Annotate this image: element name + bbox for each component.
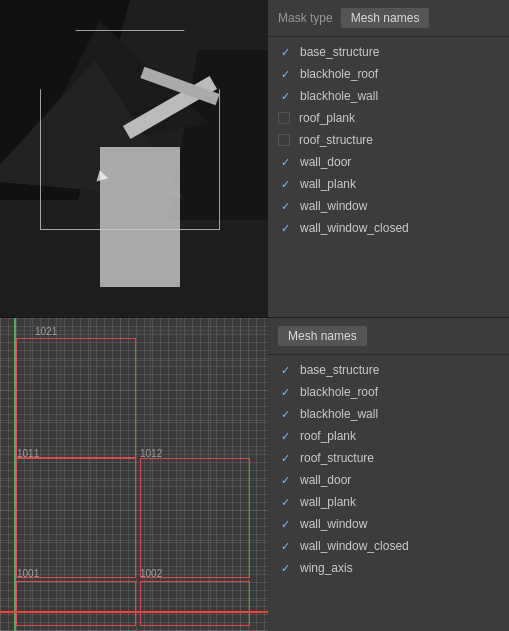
mesh-item-roof_structure[interactable]: roof_structure — [268, 129, 509, 151]
mesh-item-wall_door[interactable]: wall_door — [268, 151, 509, 173]
check-icon-bottom-roof_structure — [278, 451, 292, 465]
check-icon-roof_structure — [278, 134, 290, 146]
uv-tile-1011 — [16, 458, 136, 578]
check-icon-bottom-base_structure — [278, 363, 292, 377]
mesh-item-bottom-blackhole_wall[interactable]: blackhole_wall — [268, 403, 509, 425]
mask-type-label: Mask type — [278, 11, 333, 25]
mesh-name-roof_plank: roof_plank — [299, 111, 355, 125]
check-icon-bottom-wing_axis — [278, 561, 292, 575]
mesh-name-base_structure: base_structure — [300, 45, 379, 59]
mesh-item-wall_window[interactable]: wall_window — [268, 195, 509, 217]
mesh-name-wall_window_closed: wall_window_closed — [300, 221, 409, 235]
mesh-name-wall_window: wall_window — [300, 199, 367, 213]
mesh-name-wall_door: wall_door — [300, 155, 351, 169]
uv-label-1021: 1021 — [35, 326, 57, 337]
left-panel: 1021 1011 1012 1001 1002 — [0, 0, 268, 631]
building-structure — [100, 147, 180, 287]
mask-header-top: Mask type Mesh names — [268, 0, 509, 37]
check-icon-wall_door — [278, 155, 292, 169]
uv-tile-1021 — [16, 338, 136, 458]
check-icon-bottom-wall_door — [278, 473, 292, 487]
mesh-item-bottom-wall_door[interactable]: wall_door — [268, 469, 509, 491]
mesh-item-blackhole_wall[interactable]: blackhole_wall — [268, 85, 509, 107]
mesh-name-blackhole_roof: blackhole_roof — [300, 67, 378, 81]
uv-tile-1001 — [16, 581, 136, 626]
mesh-item-bottom-wall_window[interactable]: wall_window — [268, 513, 509, 535]
mesh-item-bottom-wall_window_closed[interactable]: wall_window_closed — [268, 535, 509, 557]
mask-panel-bottom: Mesh names base_structureblackhole_roofb… — [268, 318, 509, 631]
mesh-item-bottom-wall_plank[interactable]: wall_plank — [268, 491, 509, 513]
check-icon-roof_plank — [278, 112, 290, 124]
mesh-name-bottom-wall_window: wall_window — [300, 517, 367, 531]
mesh-name-wall_plank: wall_plank — [300, 177, 356, 191]
mesh-list-top[interactable]: base_structureblackhole_roofblackhole_wa… — [268, 37, 509, 317]
check-icon-wall_window — [278, 199, 292, 213]
main-container: 1021 1011 1012 1001 1002 Mask type Mesh … — [0, 0, 509, 631]
mesh-name-bottom-blackhole_roof: blackhole_roof — [300, 385, 378, 399]
mesh-name-bottom-wall_door: wall_door — [300, 473, 351, 487]
mesh-list-bottom[interactable]: base_structureblackhole_roofblackhole_wa… — [268, 355, 509, 631]
mesh-item-wall_plank[interactable]: wall_plank — [268, 173, 509, 195]
mesh-item-roof_plank[interactable]: roof_plank — [268, 107, 509, 129]
scene-3d — [0, 0, 268, 317]
mesh-item-wall_window_closed[interactable]: wall_window_closed — [268, 217, 509, 239]
mesh-item-base_structure[interactable]: base_structure — [268, 41, 509, 63]
check-icon-blackhole_wall — [278, 89, 292, 103]
mask-header-bottom: Mesh names — [268, 318, 509, 355]
check-icon-bottom-wall_window_closed — [278, 539, 292, 553]
mesh-item-bottom-roof_plank[interactable]: roof_plank — [268, 425, 509, 447]
mask-type-button-bottom[interactable]: Mesh names — [278, 326, 367, 346]
viewport-3d[interactable] — [0, 0, 268, 318]
check-icon-bottom-blackhole_roof — [278, 385, 292, 399]
right-panel: Mask type Mesh names base_structureblack… — [268, 0, 509, 631]
mesh-name-blackhole_wall: blackhole_wall — [300, 89, 378, 103]
uv-tile-1002 — [140, 581, 250, 626]
check-icon-bottom-wall_window — [278, 517, 292, 531]
mesh-item-bottom-wing_axis[interactable]: wing_axis — [268, 557, 509, 579]
mesh-name-bottom-wall_window_closed: wall_window_closed — [300, 539, 409, 553]
check-icon-bottom-roof_plank — [278, 429, 292, 443]
mesh-item-bottom-roof_structure[interactable]: roof_structure — [268, 447, 509, 469]
mesh-name-bottom-roof_structure: roof_structure — [300, 451, 374, 465]
mesh-name-bottom-roof_plank: roof_plank — [300, 429, 356, 443]
mesh-item-blackhole_roof[interactable]: blackhole_roof — [268, 63, 509, 85]
mesh-item-bottom-base_structure[interactable]: base_structure — [268, 359, 509, 381]
uv-tile-1012 — [140, 458, 250, 578]
uv-editor[interactable]: 1021 1011 1012 1001 1002 — [0, 318, 268, 631]
check-icon-bottom-wall_plank — [278, 495, 292, 509]
mesh-name-bottom-wing_axis: wing_axis — [300, 561, 353, 575]
check-icon-base_structure — [278, 45, 292, 59]
mesh-name-roof_structure: roof_structure — [299, 133, 373, 147]
viewport-bg — [0, 0, 268, 317]
mesh-name-bottom-wall_plank: wall_plank — [300, 495, 356, 509]
check-icon-bottom-blackhole_wall — [278, 407, 292, 421]
check-icon-blackhole_roof — [278, 67, 292, 81]
mask-type-button-top[interactable]: Mesh names — [341, 8, 430, 28]
mask-panel-top: Mask type Mesh names base_structureblack… — [268, 0, 509, 318]
mesh-item-bottom-blackhole_roof[interactable]: blackhole_roof — [268, 381, 509, 403]
mesh-name-bottom-base_structure: base_structure — [300, 363, 379, 377]
mesh-name-bottom-blackhole_wall: blackhole_wall — [300, 407, 378, 421]
check-icon-wall_window_closed — [278, 221, 292, 235]
check-icon-wall_plank — [278, 177, 292, 191]
